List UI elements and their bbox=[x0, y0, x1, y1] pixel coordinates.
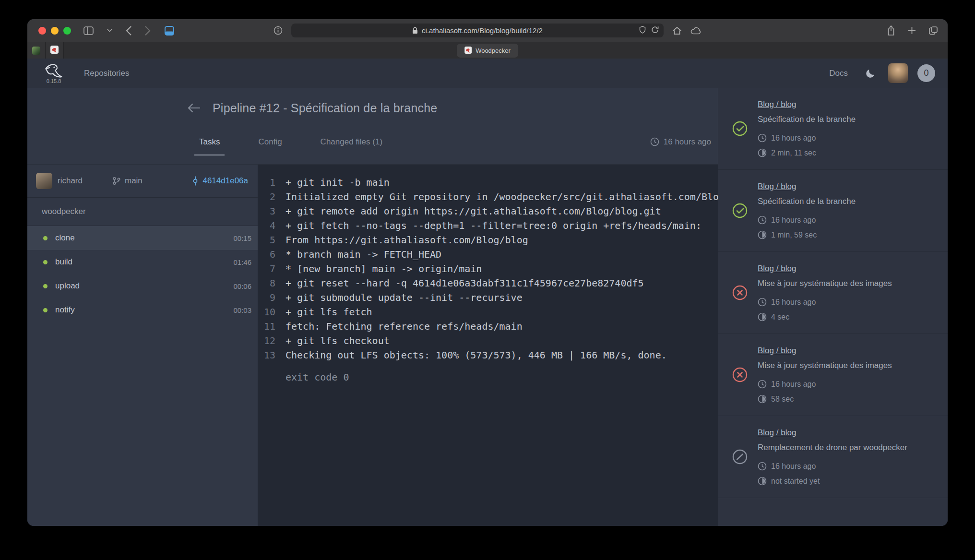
task-duration: 01:46 bbox=[233, 258, 251, 266]
close-window-button[interactable] bbox=[38, 27, 46, 35]
forward-button[interactable] bbox=[145, 26, 151, 36]
webapp-shortcut-icon[interactable] bbox=[164, 25, 175, 36]
duration-icon bbox=[758, 148, 767, 157]
log-line: 9+ git submodule update --init --recursi… bbox=[258, 290, 718, 305]
pipeline-header: Pipeline #12 - Spécification de la branc… bbox=[27, 88, 718, 165]
log-line: 1+ git init -b main bbox=[258, 175, 718, 190]
log-line-text: + git lfs checkout bbox=[285, 334, 390, 348]
build-list-item[interactable]: Blog / blog Spécification de la branche … bbox=[718, 88, 948, 170]
page-info-button[interactable] bbox=[273, 26, 283, 35]
log-line: 12+ git lfs checkout bbox=[258, 334, 718, 348]
task-duration: 00:15 bbox=[233, 234, 251, 242]
build-message: Spécification de la branche bbox=[758, 114, 939, 125]
log-line-number: 10 bbox=[258, 305, 275, 319]
home-button[interactable] bbox=[672, 26, 682, 35]
duration-icon bbox=[758, 477, 767, 486]
share-button[interactable] bbox=[887, 25, 895, 36]
nav-docs-link[interactable]: Docs bbox=[829, 69, 848, 78]
build-repo-link[interactable]: Blog / blog bbox=[758, 99, 796, 110]
log-line: 2Initialized empty Git repository in /wo… bbox=[258, 190, 718, 204]
log-line: 7* [new branch] main -> origin/main bbox=[258, 262, 718, 276]
build-repo-link[interactable]: Blog / blog bbox=[758, 427, 796, 438]
task-duration: 00:03 bbox=[233, 306, 251, 314]
build-repo-link[interactable]: Blog / blog bbox=[758, 181, 796, 192]
build-time: 16 hours ago bbox=[771, 379, 816, 390]
nav-repositories-link[interactable]: Repositories bbox=[84, 69, 130, 78]
log-line-number: 11 bbox=[258, 319, 275, 334]
log-line-number: 4 bbox=[258, 218, 275, 233]
task-item-notify[interactable]: notify 00:03 bbox=[27, 298, 258, 322]
log-line-text: + git submodule update --init --recursiv… bbox=[285, 290, 523, 305]
status-success-icon bbox=[732, 121, 748, 136]
log-line-number: 2 bbox=[258, 190, 275, 204]
log-line: 13Checking out LFS objects: 100% (573/57… bbox=[258, 348, 718, 362]
tab-overview-button[interactable] bbox=[928, 26, 938, 36]
task-status-dot bbox=[43, 236, 48, 240]
back-button[interactable] bbox=[126, 26, 131, 36]
status-not-started-icon bbox=[732, 449, 748, 465]
lock-icon bbox=[412, 27, 418, 34]
commit-author: richard bbox=[36, 173, 83, 189]
status-failure-icon bbox=[732, 367, 748, 382]
privacy-shield-icon[interactable] bbox=[639, 26, 646, 35]
pipeline-time: 16 hours ago bbox=[650, 128, 711, 155]
branch-name: main bbox=[125, 176, 143, 186]
task-status-dot bbox=[43, 260, 48, 264]
zoom-window-button[interactable] bbox=[63, 27, 71, 35]
log-line-text: From https://git.athaliasoft.com/Blog/bl… bbox=[285, 233, 528, 247]
clock-icon bbox=[758, 133, 767, 143]
status-failure-icon bbox=[732, 285, 748, 300]
build-list-item[interactable]: Blog / blog Mise à jour systématique des… bbox=[718, 334, 948, 416]
pinned-tab-2[interactable] bbox=[46, 42, 64, 59]
build-list-item[interactable]: Blog / blog Remplacement de drone par wo… bbox=[718, 498, 948, 526]
task-duration: 00:06 bbox=[233, 282, 251, 290]
notification-badge[interactable]: 0 bbox=[917, 64, 935, 82]
build-repo-link[interactable]: Blog / blog bbox=[758, 345, 796, 356]
tab-config[interactable]: Config bbox=[258, 128, 282, 155]
build-history-sidebar: Blog / blog Spécification de la branche … bbox=[718, 88, 948, 526]
pinned-tab-1[interactable] bbox=[27, 42, 46, 59]
pipeline-content: Pipeline #12 - Spécification de la branc… bbox=[27, 88, 718, 526]
app-body: Pipeline #12 - Spécification de la branc… bbox=[27, 88, 948, 526]
duration-icon bbox=[758, 230, 767, 239]
task-item-clone[interactable]: clone 00:15 bbox=[27, 226, 258, 250]
log-line: 6* branch main -> FETCH_HEAD bbox=[258, 247, 718, 262]
log-line-text: Initialized empty Git repository in /woo… bbox=[285, 190, 718, 204]
sidebar-toggle-icon[interactable] bbox=[83, 26, 94, 35]
minimize-window-button[interactable] bbox=[51, 27, 59, 35]
build-list-item[interactable]: Blog / blog Spécification de la branche … bbox=[718, 170, 948, 252]
build-time: 16 hours ago bbox=[771, 132, 816, 143]
active-tab[interactable]: Woodpecker bbox=[457, 44, 518, 58]
log-line-number: 1 bbox=[258, 175, 275, 190]
build-list-item[interactable]: Blog / blog Mise à jour systématique des… bbox=[718, 252, 948, 334]
status-success-icon bbox=[732, 203, 748, 218]
task-item-upload[interactable]: upload 00:06 bbox=[27, 274, 258, 298]
address-bar[interactable]: ci.athaliasoft.com/Blog/blog/build/12/2 bbox=[291, 24, 664, 37]
build-message: Mise à jour systématique des images bbox=[758, 278, 939, 289]
commit-link[interactable]: 4614d1e06a bbox=[191, 176, 248, 186]
branch-icon bbox=[112, 177, 121, 185]
build-repo-link[interactable]: Blog / blog bbox=[758, 263, 796, 274]
commit-icon bbox=[191, 176, 199, 186]
commit-branch: main bbox=[112, 176, 143, 186]
build-list-item[interactable]: Blog / blog Remplacement de drone par wo… bbox=[718, 416, 948, 498]
log-line-text: fetch: Fetching reference refs/heads/mai… bbox=[285, 319, 523, 334]
tab-changed-files[interactable]: Changed files (1) bbox=[321, 128, 382, 155]
user-avatar[interactable] bbox=[888, 63, 908, 83]
log-line-number: 9 bbox=[258, 290, 275, 305]
icloud-tabs-button[interactable] bbox=[690, 27, 702, 35]
exit-code-text: exit code 0 bbox=[285, 370, 718, 384]
dark-mode-toggle-moon-icon[interactable] bbox=[865, 68, 876, 79]
back-arrow-icon[interactable] bbox=[187, 103, 200, 113]
woodpecker-logo[interactable]: 0.15.8 bbox=[44, 63, 64, 84]
new-tab-button[interactable] bbox=[908, 26, 916, 35]
pipeline-time-label: 16 hours ago bbox=[664, 137, 711, 147]
log-line-text: + git lfs fetch bbox=[285, 305, 372, 319]
log-line-text: * [new branch] main -> origin/main bbox=[285, 262, 482, 276]
reload-button[interactable] bbox=[652, 26, 659, 35]
chevron-down-icon[interactable] bbox=[107, 29, 112, 32]
tab-tasks[interactable]: Tasks bbox=[199, 128, 220, 155]
task-item-build[interactable]: build 01:46 bbox=[27, 250, 258, 274]
log-line-text: + git init -b main bbox=[285, 175, 390, 190]
task-name: notify bbox=[55, 305, 75, 315]
